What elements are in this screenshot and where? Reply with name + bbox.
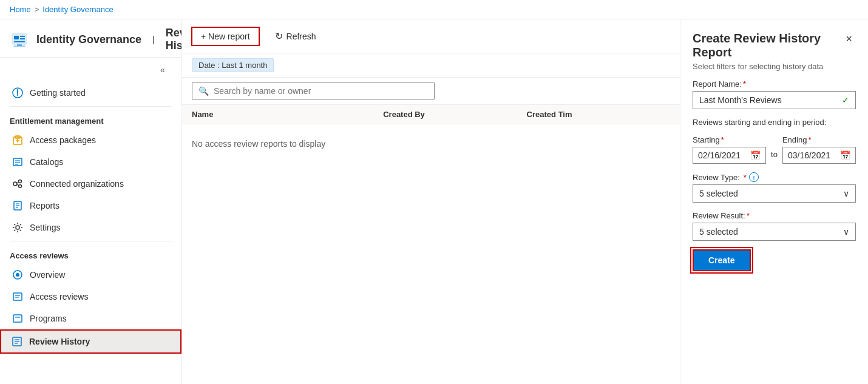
- review-result-field: Review Result:* 5 selected ∨: [693, 211, 856, 241]
- svg-rect-31: [13, 315, 22, 322]
- review-type-label: Review Type:* i: [693, 172, 856, 182]
- refresh-button[interactable]: ↻ Refresh: [266, 27, 325, 45]
- nav-divider-2: [10, 241, 172, 241]
- toolbar: + New report ↻ Refresh: [182, 19, 680, 53]
- report-name-select[interactable]: Last Month's Reviews ✓: [693, 91, 856, 109]
- period-label: Reviews starting and ending in period:: [693, 118, 856, 127]
- sidebar-item-getting-started[interactable]: Getting started: [0, 82, 181, 104]
- sidebar-item-reports[interactable]: Reports: [0, 195, 181, 217]
- breadcrumb-section[interactable]: Identity Governance: [42, 5, 113, 14]
- access-reviews-section-label: Access reviews: [0, 244, 181, 264]
- search-input[interactable]: [214, 86, 428, 96]
- getting-started-icon: [12, 87, 24, 99]
- table-body: No access review reports to display: [182, 124, 680, 384]
- breadcrumb: Home > Identity Governance: [0, 0, 868, 19]
- panel-close-button[interactable]: ×: [842, 32, 856, 47]
- starting-date-input-wrap: 📅: [693, 147, 766, 164]
- required-indicator: *: [743, 79, 746, 89]
- page-section: Review History: [166, 27, 182, 52]
- create-button-wrap: Create: [693, 249, 856, 271]
- svg-rect-3: [20, 38, 25, 39]
- create-button[interactable]: Create: [693, 249, 751, 271]
- svg-rect-2: [20, 36, 25, 37]
- settings-label: Settings: [30, 223, 61, 232]
- sidebar-item-review-history[interactable]: Review History: [0, 329, 181, 354]
- review-type-field: Review Type:* i 5 selected ∨: [693, 172, 856, 203]
- checkmark-icon: ✓: [842, 95, 849, 105]
- ending-date-field: Ending* 📅: [782, 135, 856, 164]
- connected-organizations-label: Connected organizations: [30, 179, 124, 189]
- review-result-chevron-icon: ∨: [843, 227, 849, 237]
- nav-divider-1: [10, 106, 172, 107]
- getting-started-label: Getting started: [30, 88, 86, 98]
- sidebar: Identity Governance | Review History ···…: [0, 19, 182, 384]
- catalogs-label: Catalogs: [30, 157, 63, 167]
- review-history-label: Review History: [29, 337, 90, 346]
- breadcrumb-home[interactable]: Home: [10, 5, 31, 14]
- sidebar-item-access-reviews[interactable]: Access reviews: [0, 286, 181, 308]
- search-bar: 🔍: [182, 78, 680, 105]
- svg-point-17: [19, 180, 22, 183]
- access-reviews-label: Access reviews: [30, 292, 88, 301]
- catalogs-icon: [12, 156, 24, 168]
- sidebar-item-overview[interactable]: Overview: [0, 264, 181, 286]
- page-title: Identity Governance: [36, 33, 141, 46]
- collapse-sidebar-button[interactable]: «: [158, 62, 168, 77]
- table-header: Name Created By Created Tim: [182, 105, 680, 124]
- empty-message: No access review reports to display: [192, 134, 670, 153]
- starting-label: Starting*: [693, 135, 766, 144]
- entitlement-section-label: Entitlement management: [0, 109, 181, 129]
- main-content: + New report ↻ Refresh Date : Last 1 mon…: [182, 19, 680, 384]
- new-report-button[interactable]: + New report: [192, 27, 259, 45]
- refresh-label: Refresh: [287, 32, 316, 41]
- overview-icon: [12, 269, 24, 281]
- svg-rect-1: [14, 36, 19, 39]
- sidebar-item-catalogs[interactable]: Catalogs: [0, 151, 181, 173]
- calendar-icon-start[interactable]: 📅: [750, 150, 761, 160]
- calendar-icon-end[interactable]: 📅: [840, 150, 850, 160]
- svg-point-16: [13, 182, 17, 186]
- sidebar-item-settings[interactable]: Settings: [0, 217, 181, 238]
- svg-point-25: [16, 226, 19, 229]
- review-result-select[interactable]: 5 selected ∨: [693, 223, 856, 241]
- search-input-wrap: 🔍: [192, 83, 435, 99]
- col-created-time-header: Created Tim: [527, 110, 670, 119]
- page-divider: |: [152, 35, 155, 44]
- review-history-icon: [11, 335, 23, 348]
- sidebar-item-programs[interactable]: Programs: [0, 308, 181, 329]
- sidebar-item-connected-organizations[interactable]: Connected organizations: [0, 173, 181, 195]
- col-name-header: Name: [192, 110, 383, 119]
- col-created-by-header: Created By: [383, 110, 526, 119]
- ending-date-input[interactable]: [788, 150, 836, 160]
- panel-header-text: Create Review History Report Select filt…: [693, 32, 842, 71]
- programs-icon: [12, 312, 24, 325]
- svg-line-19: [17, 182, 19, 183]
- create-report-panel: Create Review History Report Select filt…: [680, 19, 868, 384]
- connected-orgs-icon: [12, 178, 24, 190]
- review-type-chevron-icon: ∨: [843, 189, 849, 198]
- panel-subtitle: Select filters for selecting history dat…: [693, 62, 842, 71]
- date-row: Starting* 📅 to Ending* 📅: [693, 135, 856, 164]
- date-filter-chip[interactable]: Date : Last 1 month: [192, 58, 274, 72]
- refresh-icon: ↻: [275, 30, 283, 42]
- svg-point-18: [19, 185, 22, 188]
- starting-date-field: Starting* 📅: [693, 135, 766, 164]
- sidebar-item-access-packages[interactable]: Access packages: [0, 129, 181, 151]
- access-packages-icon: [12, 134, 24, 146]
- breadcrumb-sep: >: [35, 5, 39, 14]
- review-type-value: 5 selected: [699, 189, 738, 198]
- svg-rect-4: [14, 41, 25, 42]
- starting-date-input[interactable]: [698, 150, 747, 160]
- report-name-label: Report Name:*: [693, 79, 856, 89]
- reports-icon: [12, 200, 24, 212]
- access-reviews-icon: [12, 291, 24, 303]
- review-type-info-icon[interactable]: i: [749, 172, 759, 182]
- review-result-value: 5 selected: [699, 227, 738, 237]
- review-type-select[interactable]: 5 selected ∨: [693, 184, 856, 203]
- overview-label: Overview: [30, 270, 65, 280]
- reports-label: Reports: [30, 201, 59, 211]
- to-separator: to: [771, 150, 778, 164]
- svg-line-20: [17, 184, 19, 186]
- settings-icon: [12, 221, 24, 234]
- programs-label: Programs: [30, 314, 67, 323]
